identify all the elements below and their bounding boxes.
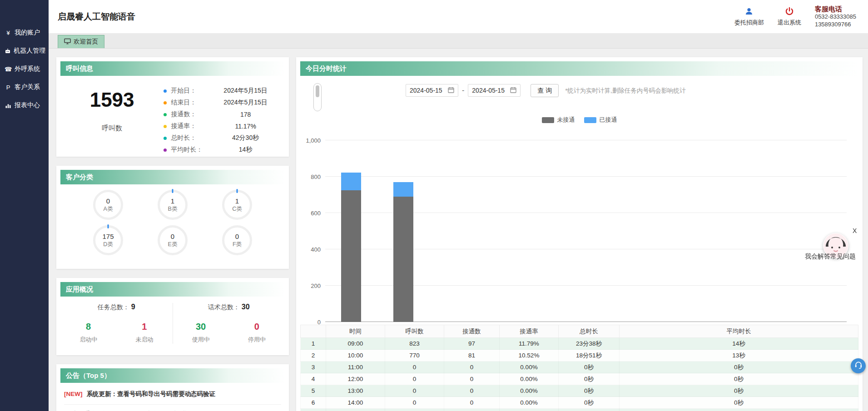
tab-welcome-home[interactable]: 欢迎首页: [58, 35, 104, 48]
table-cell: 0: [444, 409, 500, 411]
stat-dot: [164, 113, 167, 116]
table-row[interactable]: 210:007708110.52%18分51秒13秒: [301, 350, 858, 361]
table-row[interactable]: 412:00000.00%0秒0秒: [301, 373, 858, 385]
announcement-item[interactable]: [公告]系统更新：数据分析删除将保存到回收站: [64, 405, 281, 411]
gauge-class-f: 0 F类: [222, 225, 252, 255]
chart-y-axis: 02004006008001,000: [300, 140, 325, 322]
table-cell: 0: [385, 361, 444, 373]
date-from-input[interactable]: 2024-05-15: [406, 84, 458, 97]
agent-menu-label: 委托招商部: [734, 19, 764, 27]
customer-icon: P: [5, 84, 12, 91]
bar-11:00: [430, 140, 482, 322]
table-cell: 0: [444, 373, 500, 385]
service-phone-title: 客服电话: [815, 5, 856, 14]
legend-not-connected: 未接通: [542, 116, 575, 124]
table-row[interactable]: 614:00000.00%0秒0秒: [301, 397, 858, 409]
script-overview: 话术总数：30 30 使用中 0 停用中: [173, 303, 285, 344]
service-widget-button[interactable]: [851, 358, 866, 373]
table-cell: 5: [301, 385, 326, 397]
table-cell: 13:00: [326, 385, 385, 397]
table-header-row: 时间 呼叫数 接通数 接通率 总时长 平均时长: [301, 325, 858, 338]
sidebar-item-customer-relations[interactable]: P 客户关系: [0, 78, 49, 96]
app-overview-card: 应用概况 任务总数：9 8 启动中: [56, 278, 289, 355]
assistant-message: 我会解答常见问题: [801, 253, 856, 261]
y-tick-label: 800: [311, 173, 321, 180]
stat-row-end-date: 结束日： 2024年5月15日: [164, 97, 283, 109]
table-cell: 0: [444, 385, 500, 397]
table-row[interactable]: 109:008239711.79%23分38秒14秒: [301, 338, 858, 350]
y-tick-label: 600: [311, 210, 321, 217]
table-cell: 0.00%: [500, 397, 559, 409]
announcement-item[interactable]: [NEW]系统更新：查看号码和导出号码需要动态码验证: [64, 385, 281, 405]
table-cell: 2: [301, 350, 326, 361]
table-cell: 770: [385, 350, 444, 361]
bar-segment: [393, 182, 413, 197]
hourly-stats-card: 今日分时统计 2024-05-15 -: [296, 57, 863, 411]
sidebar-item-robot-management[interactable]: 机器人管理: [0, 42, 49, 60]
table-row[interactable]: 311:00000.00%0秒0秒: [301, 361, 858, 373]
col-connect-rate: 接通率: [500, 325, 559, 338]
chart-legend: 未接通 已接通: [300, 116, 858, 124]
table-cell: 0秒: [559, 361, 620, 373]
gauge-tick: [172, 189, 174, 193]
power-icon: [785, 7, 794, 17]
table-cell: 0秒: [559, 373, 620, 385]
table-cell: 4: [301, 373, 326, 385]
table-cell: 0: [385, 397, 444, 409]
calendar-icon: [510, 87, 516, 94]
sidebar-item-my-account[interactable]: ¥ 我的账户: [0, 24, 49, 42]
gauge-class-e: 0 E类: [158, 225, 188, 255]
bar-segment: [341, 173, 361, 190]
announcements-header: 公告（Top 5）: [60, 368, 285, 383]
bar-14:00: [586, 140, 638, 322]
stat-row-start-date: 开始日： 2024年5月15日: [164, 85, 283, 97]
script-total-label: 话术总数：: [208, 303, 240, 311]
table-cell: 12:00: [326, 373, 385, 385]
hourly-table-body: 109:008239711.79%23分38秒14秒210:007708110.…: [301, 338, 858, 411]
bar-segment: [393, 197, 413, 322]
query-button[interactable]: 查 询: [531, 84, 559, 97]
scrollbar-thumb[interactable]: [316, 85, 319, 97]
task-total-value: 9: [131, 303, 135, 311]
sidebar: ¥ 我的账户 机器人管理 ☎ 外呼系统 P 客户关系 报表中心: [0, 0, 49, 411]
table-row[interactable]: 513:00000.00%0秒0秒: [301, 385, 858, 397]
tab-strip: 欢迎首页: [49, 33, 868, 49]
left-column: 呼叫信息 1593 呼叫数 开始日： 2024年5月15日: [56, 57, 289, 411]
legend-swatch: [584, 117, 596, 123]
col-time: 时间: [326, 325, 385, 338]
announcements-card: 公告（Top 5） [NEW]系统更新：查看号码和导出号码需要动态码验证 [公告…: [56, 364, 289, 411]
table-cell: 0秒: [559, 409, 620, 411]
task-total-label: 任务总数：: [98, 303, 129, 311]
stat-dot: [164, 89, 167, 93]
table-row[interactable]: 715:00000.00%0秒0秒: [301, 409, 858, 411]
app-overview-header: 应用概况: [60, 282, 285, 297]
stat-disabled: 0 停用中: [229, 322, 285, 344]
content: 呼叫信息 1593 呼叫数 开始日： 2024年5月15日: [49, 49, 868, 411]
stat-dot: [164, 149, 167, 152]
logout-button[interactable]: 退出系统: [778, 7, 801, 27]
date-to-input[interactable]: 2024-05-15: [468, 84, 521, 97]
stat-row-total-duration: 总时长： 42分30秒: [164, 132, 283, 144]
table-cell: 09:00: [326, 338, 385, 350]
bar-18:00: [794, 140, 847, 322]
call-info-card: 呼叫信息 1593 呼叫数 开始日： 2024年5月15日: [56, 57, 289, 157]
table-cell: 14秒: [620, 338, 858, 350]
table-cell: 0秒: [559, 385, 620, 397]
stat-running: 8 启动中: [60, 322, 116, 344]
sidebar-item-report-center[interactable]: 报表中心: [0, 96, 49, 114]
table-cell: 81: [444, 350, 500, 361]
bar-09:00: [325, 140, 377, 322]
table-cell: 18分51秒: [559, 350, 620, 361]
table-cell: 7: [301, 409, 326, 411]
sidebar-item-outbound-system[interactable]: ☎ 外呼系统: [0, 60, 49, 78]
table-cell: 10.52%: [500, 350, 559, 361]
assistant-close-button[interactable]: X: [853, 227, 857, 234]
table-cell: 0秒: [620, 361, 858, 373]
table-cell: 13秒: [620, 350, 858, 361]
stat-dot: [164, 101, 167, 104]
agent-menu[interactable]: 委托招商部: [734, 7, 764, 27]
legend-connected: 已接通: [584, 116, 617, 124]
stat-row-connect-rate: 接通率： 11.17%: [164, 120, 283, 132]
vertical-scrollbar[interactable]: [313, 83, 322, 111]
table-cell: 0秒: [620, 397, 858, 409]
